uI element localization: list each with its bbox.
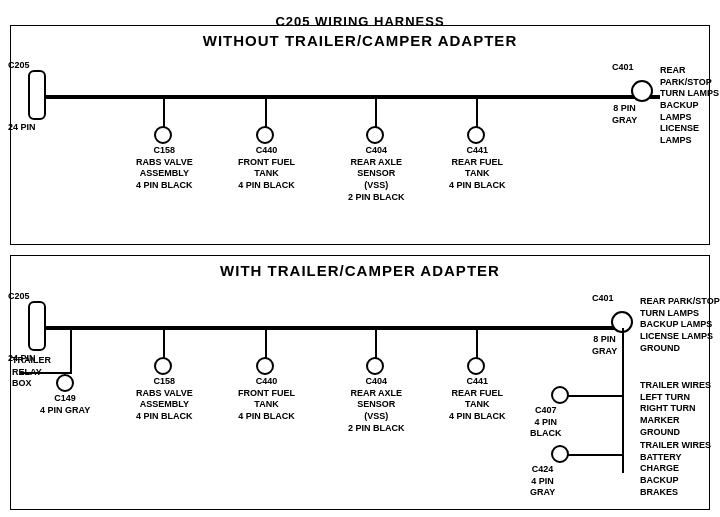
section2-c158-connector: [154, 357, 172, 375]
section1-c158-connector: [154, 126, 172, 144]
section1-c205-pin: 24 PIN: [8, 122, 36, 134]
section1-c440-label: C440FRONT FUELTANK4 PIN BLACK: [238, 145, 295, 192]
section1-c404-vline: [375, 97, 377, 127]
section2-c149-connector: [56, 374, 74, 392]
section2-right-vline: [622, 328, 624, 473]
section1-c404-connector: [366, 126, 384, 144]
section1-c404-label: C404REAR AXLESENSOR(VSS)2 PIN BLACK: [348, 145, 405, 203]
section2-c407-connector: [551, 386, 569, 404]
section2-c205-label: C205: [8, 291, 30, 303]
section2-c424-connector: [551, 445, 569, 463]
section2-c404-vline: [375, 328, 377, 358]
section1-c158-label: C158RABS VALVEASSEMBLY4 PIN BLACK: [136, 145, 193, 192]
section2-c440-connector: [256, 357, 274, 375]
section2-c407-hline: [567, 395, 624, 397]
section1-c440-connector: [256, 126, 274, 144]
section1-c401-label: C401: [612, 62, 634, 74]
section2-c441-connector: [467, 357, 485, 375]
section2-c440-vline: [265, 328, 267, 358]
section2-trailer-relay-label: TRAILERRELAYBOX: [12, 355, 51, 390]
section2-c401-label: C401: [592, 293, 614, 305]
diagram: C205 WIRING HARNESS WITHOUT TRAILER/CAMP…: [0, 0, 720, 517]
section2-c441-label: C441REAR FUELTANK4 PIN BLACK: [449, 376, 506, 423]
section2-c407-label: C4074 PINBLACK: [530, 405, 562, 440]
section2-c158-vline: [163, 328, 165, 358]
section2-c424-hline: [567, 454, 624, 456]
section1-c441-label: C441REAR FUELTANK4 PIN BLACK: [449, 145, 506, 192]
section2-c440-label: C440FRONT FUELTANK4 PIN BLACK: [238, 376, 295, 423]
section2-c404-label: C404REAR AXLESENSOR(VSS)2 PIN BLACK: [348, 376, 405, 434]
section1-title: WITHOUT TRAILER/CAMPER ADAPTER: [0, 32, 720, 49]
section2-title: WITH TRAILER/CAMPER ADAPTER: [0, 262, 720, 279]
section1-c158-vline: [163, 97, 165, 127]
section2-c404-connector: [366, 357, 384, 375]
section2-c401-desc: REAR PARK/STOPTURN LAMPSBACKUP LAMPSLICE…: [640, 296, 720, 354]
section2-c158-label: C158RABS VALVEASSEMBLY4 PIN BLACK: [136, 376, 193, 423]
section2-c407-desc: TRAILER WIRESLEFT TURNRIGHT TURNMARKERGR…: [640, 380, 711, 438]
section1-c205-label: C205: [8, 60, 30, 72]
section1-main-line: [45, 95, 660, 99]
section1-c401-connector: [631, 80, 653, 102]
section1-c401-desc: REAR PARK/STOPTURN LAMPSBACKUP LAMPSLICE…: [660, 65, 720, 147]
section1-c401-pin: 8 PINGRAY: [612, 103, 637, 126]
section1-box: [10, 25, 710, 245]
section2-c424-label: C4244 PINGRAY: [530, 464, 555, 499]
section1-c441-connector: [467, 126, 485, 144]
section1-c441-vline: [476, 97, 478, 127]
section2-trailer-vline: [70, 328, 72, 373]
section2-c401-pin: 8 PINGRAY: [592, 334, 617, 357]
section2-c149-label: C1494 PIN GRAY: [40, 393, 90, 416]
section1-c440-vline: [265, 97, 267, 127]
section2-c205-connector: [28, 301, 46, 351]
section2-c441-vline: [476, 328, 478, 358]
section2-c424-desc: TRAILER WIRESBATTERY CHARGEBACKUPBRAKES: [640, 440, 720, 498]
section1-c205-connector: [28, 70, 46, 120]
section2-main-line: [45, 326, 625, 330]
